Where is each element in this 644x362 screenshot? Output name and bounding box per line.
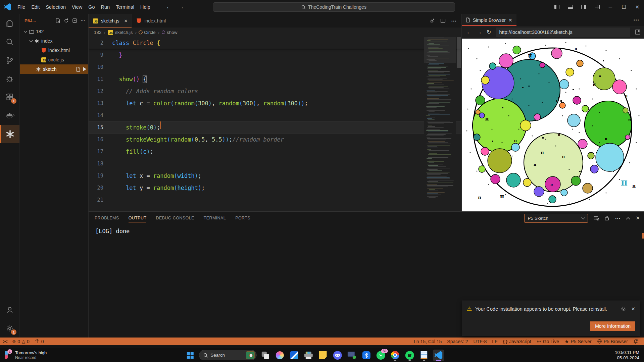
refresh-icon[interactable] bbox=[64, 18, 69, 23]
status-language-mode[interactable]: { }JavaScript bbox=[500, 338, 534, 345]
notification-settings-icon[interactable] bbox=[621, 306, 626, 312]
panel-tab-ports[interactable]: PORTS bbox=[235, 212, 250, 224]
taskbar-discord-icon[interactable] bbox=[332, 350, 343, 361]
activity-settings[interactable]: 1 bbox=[0, 319, 19, 338]
toggle-panel-icon[interactable] bbox=[563, 0, 577, 14]
taskbar-whatsapp-icon[interactable]: 50 bbox=[375, 350, 386, 361]
panel-scrollbar-thumb[interactable] bbox=[642, 233, 644, 239]
minimize-button[interactable]: ─ bbox=[604, 0, 617, 14]
editor-more-actions-icon[interactable]: ⋯ bbox=[451, 18, 457, 24]
close-panel-icon[interactable]: ✕ bbox=[636, 215, 640, 221]
minimap[interactable] bbox=[424, 37, 456, 208]
open-external-icon[interactable] bbox=[635, 29, 641, 35]
sparkle-gear-icon[interactable] bbox=[430, 18, 435, 23]
status-go-live[interactable]: Go Live bbox=[534, 338, 562, 345]
run-sketch-icon[interactable] bbox=[83, 67, 86, 71]
notification-close-icon[interactable]: ✕ bbox=[631, 306, 635, 312]
tab-close-icon[interactable]: ✕ bbox=[124, 18, 128, 23]
taskbar-task-view-icon[interactable] bbox=[259, 350, 271, 361]
create-sketch-file-icon[interactable] bbox=[76, 67, 81, 72]
editor-scrollbar[interactable] bbox=[456, 37, 461, 211]
more-information-button[interactable]: More Information bbox=[590, 321, 635, 331]
activity-p5-sketch[interactable] bbox=[0, 125, 19, 143]
tab-index-html[interactable]: index.html bbox=[132, 14, 170, 28]
history-back-icon[interactable]: ← bbox=[166, 4, 172, 10]
activity-account[interactable] bbox=[0, 301, 19, 319]
panel-tab-output[interactable]: OUTPUT bbox=[129, 212, 147, 224]
collapse-folders-icon[interactable] bbox=[72, 18, 77, 23]
activity-search[interactable] bbox=[0, 33, 19, 51]
close-button[interactable]: ✕ bbox=[631, 0, 644, 14]
tree-item-index-html[interactable]: index.html bbox=[20, 46, 88, 55]
tree-item-sketch[interactable]: sketch bbox=[20, 64, 88, 74]
remote-indicator[interactable]: >< bbox=[0, 338, 9, 345]
browser-reload-icon[interactable]: ↻ bbox=[487, 29, 491, 35]
tab-sketch-js[interactable]: JSsketch.js✕ bbox=[89, 14, 132, 28]
taskbar-snipping-tool-icon[interactable] bbox=[288, 350, 300, 361]
status-indentation[interactable]: Spaces: 2 bbox=[444, 338, 470, 345]
taskbar-sticky-notes-icon[interactable] bbox=[317, 350, 329, 361]
panel-tab-problems[interactable]: PROBLEMS bbox=[95, 212, 119, 224]
menu-file[interactable]: File bbox=[14, 3, 28, 11]
menu-selection[interactable]: Selection bbox=[43, 3, 69, 11]
lock-scroll-icon[interactable] bbox=[604, 215, 609, 221]
tree-item-circle-js[interactable]: JScircle.js bbox=[20, 55, 88, 64]
panel-more-actions-icon[interactable]: ⋯ bbox=[615, 215, 621, 221]
menu-view[interactable]: View bbox=[69, 3, 85, 11]
output-channel-select[interactable]: P5 Sketch bbox=[524, 214, 588, 223]
activity-source-control[interactable] bbox=[0, 51, 19, 69]
menu-edit[interactable]: Edit bbox=[28, 3, 43, 11]
status-encoding[interactable]: UTF-8 bbox=[471, 338, 490, 345]
activity-docker[interactable] bbox=[0, 106, 19, 125]
activity-explorer[interactable] bbox=[0, 14, 19, 33]
maximize-panel-icon[interactable] bbox=[626, 217, 630, 220]
panel-tab-terminal[interactable]: TERMINAL bbox=[204, 212, 226, 224]
breadcrumb-Circle[interactable]: Circle bbox=[139, 30, 156, 35]
status-p5-browser[interactable]: P5 Browser bbox=[594, 338, 631, 345]
breadcrumb-182[interactable]: 182 bbox=[94, 30, 102, 35]
menu-help[interactable]: Help bbox=[137, 3, 153, 11]
activity-extensions[interactable]: 1 bbox=[0, 88, 19, 106]
taskbar-notepad-icon[interactable] bbox=[418, 350, 430, 361]
toggle-primary-sidebar-icon[interactable] bbox=[550, 0, 563, 14]
browser-tab-close-icon[interactable]: ✕ bbox=[508, 17, 512, 23]
breadcrumb-sketch-js[interactable]: JSsketch.js bbox=[108, 30, 133, 35]
customize-layout-icon[interactable] bbox=[590, 0, 604, 14]
taskbar-copilot-icon[interactable] bbox=[274, 350, 285, 361]
status-cursor-position[interactable]: Ln 15, Col 15 bbox=[411, 338, 444, 345]
taskbar-printer-icon[interactable] bbox=[303, 350, 314, 361]
taskbar-vscode-icon[interactable] bbox=[433, 350, 444, 361]
maximize-button[interactable]: ☐ bbox=[617, 0, 631, 14]
taskbar-clock[interactable]: 10:50:11 PM 05-09-2024 bbox=[615, 350, 644, 361]
command-center-search[interactable]: TheCodingTrain Challenges bbox=[213, 2, 455, 12]
taskbar-bluetooth-icon[interactable] bbox=[360, 350, 372, 361]
simple-browser-tab[interactable]: Simple Browser ✕ bbox=[462, 14, 516, 26]
new-file-icon[interactable] bbox=[55, 18, 60, 23]
browser-back-icon[interactable]: ← bbox=[466, 29, 472, 35]
code-editor[interactable]: 2class Circle { 9 }1011 show() {12 // Ad… bbox=[89, 37, 461, 211]
panel-tab-debug-console[interactable]: DEBUG CONSOLE bbox=[156, 212, 194, 224]
clear-output-icon[interactable] bbox=[593, 216, 599, 221]
history-forward-icon[interactable]: → bbox=[179, 4, 184, 10]
taskbar-search-box[interactable]: Search bbox=[199, 350, 256, 360]
split-editor-icon[interactable] bbox=[440, 18, 446, 23]
toggle-secondary-sidebar-icon[interactable] bbox=[577, 0, 590, 14]
status-p5-server[interactable]: ★P5 Server bbox=[562, 338, 594, 345]
p5-sketch-canvas[interactable]: ππππππππππππππππππ bbox=[462, 39, 644, 211]
url-input[interactable]: http://localhost:3000/182\sketch.js bbox=[496, 28, 630, 37]
menu-run[interactable]: Run bbox=[98, 3, 113, 11]
taskbar-chrome-icon[interactable] bbox=[389, 350, 401, 361]
taskbar-remote-desktop-icon[interactable] bbox=[346, 350, 357, 361]
breadcrumb-show[interactable]: show bbox=[162, 30, 178, 35]
menu-go[interactable]: Go bbox=[85, 3, 98, 11]
problems-status[interactable]: ⊗0△0 bbox=[9, 338, 32, 345]
tree-item-182[interactable]: 182 bbox=[20, 27, 88, 36]
status-eol[interactable]: LF bbox=[489, 338, 500, 345]
ports-status[interactable]: 0 bbox=[32, 338, 47, 345]
weather-widget[interactable]: 1 Tomorrow's high Near record bbox=[0, 350, 47, 361]
browser-forward-icon[interactable]: → bbox=[477, 29, 482, 35]
status-notifications[interactable] bbox=[631, 338, 641, 345]
menu-terminal[interactable]: Terminal bbox=[113, 3, 137, 11]
taskbar-start-icon[interactable] bbox=[184, 350, 196, 361]
tree-item-index[interactable]: index bbox=[20, 36, 88, 46]
